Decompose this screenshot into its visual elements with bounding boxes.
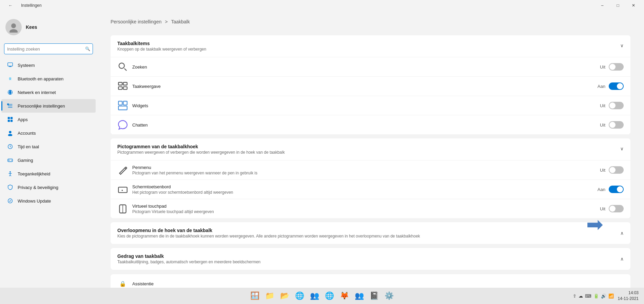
sidebar-item-windowsupdate[interactable]: Windows Update — [1, 194, 96, 208]
svg-rect-10 — [11, 120, 13, 122]
section-header-left-gedrag: Gedrag van taakbalkTaakbalkuitlijning, b… — [117, 253, 260, 264]
chevron-icon-overloopmenu: ∧ — [620, 230, 624, 236]
sidebar-item-privacy[interactable]: Privacy & beveiliging — [1, 180, 96, 194]
sidebar-item-apps[interactable]: Apps — [1, 113, 96, 126]
sidebar-item-tijd[interactable]: Tijd en taal — [1, 140, 96, 153]
penmenu-right: Uit — [600, 166, 624, 174]
taskbar-sys-icons: ⇧ ☁ ⌨ 🔋 🔊 📶 — [573, 293, 614, 299]
zoeken-right: Uit — [600, 63, 624, 71]
taskbar-app-icon-0[interactable]: 🪟 — [248, 289, 262, 303]
chatten-status: Uit — [600, 122, 605, 128]
sidebar-item-accounts[interactable]: Accounts — [1, 126, 96, 140]
username: Kees — [26, 24, 37, 30]
taskbar-right: ⇧ ☁ ⌨ 🔋 🔊 📶 14:03 14-11-2021 — [573, 290, 644, 302]
sidebar-item-toegankelijkheid[interactable]: Toegankelijkheid — [1, 167, 96, 180]
svg-rect-33 — [118, 106, 127, 110]
chevron-up-icon[interactable]: ⇧ — [573, 293, 577, 299]
chevron-icon-taakbalkitems: ∧ — [620, 43, 624, 49]
sidebar-item-persoonlijk[interactable]: Persoonlijke instellingen — [1, 99, 96, 113]
assistentie-row[interactable]: 🔒 Assistentie — [111, 274, 630, 288]
taskbar-app-icon-9[interactable]: ⚙️ — [383, 289, 396, 303]
zoeken-icon — [117, 61, 128, 72]
section-subtitle-pictogrammen: Pictogrammen weergeven of verbergen die … — [117, 150, 285, 155]
clock-time: 14:03 — [618, 290, 639, 296]
virtueel-title: Virtueel touchpad — [132, 204, 600, 209]
chatten-icon — [117, 119, 128, 130]
section-header-overloopmenu[interactable]: Overloopmenu in de hoek van de taakbalkK… — [111, 222, 630, 244]
svg-rect-32 — [123, 101, 127, 105]
systeem-icon — [7, 62, 14, 69]
zoeken-toggle[interactable] — [609, 63, 624, 71]
svg-point-25 — [119, 63, 124, 69]
taakweergave-toggle[interactable] — [609, 82, 624, 90]
taskbar-app-icon-4[interactable]: 👥 — [308, 289, 321, 303]
taskbar-app-icon-2[interactable]: 📂 — [278, 289, 292, 303]
taskbar: 🪟📁📂🌐👥🌐🦊👥📓⚙️ ⇧ ☁ ⌨ 🔋 🔊 📶 14:03 14-11-2021 — [0, 288, 644, 304]
svg-rect-2 — [8, 63, 13, 66]
netwerk-icon — [7, 89, 14, 96]
taskbar-app-icon-3[interactable]: 🌐 — [293, 289, 307, 303]
page-title: Taakbalk — [171, 19, 190, 24]
penmenu-status: Uit — [600, 168, 605, 173]
persoonlijk-icon — [7, 102, 14, 109]
setting-row-zoeken: ZoekenUit — [111, 57, 630, 76]
accounts-icon — [7, 130, 14, 136]
search-icon: 🔍 — [85, 46, 90, 51]
search-input[interactable] — [4, 43, 93, 54]
widgets-status: Uit — [600, 103, 605, 108]
sidebar-item-gaming[interactable]: Gaming — [1, 153, 96, 167]
taskbar-app-icon-6[interactable]: 🦊 — [338, 289, 351, 303]
svg-rect-6 — [7, 104, 9, 105]
apps-icon — [7, 116, 14, 123]
assistentie-icon: 🔒 — [117, 278, 128, 288]
taakweergave-icon — [117, 81, 128, 92]
close-button[interactable]: ✕ — [626, 0, 641, 11]
assistentie-content: Assistentie — [132, 281, 624, 286]
taskbar-clock[interactable]: 14:03 14-11-2021 — [615, 290, 641, 302]
svg-rect-27 — [118, 82, 122, 85]
back-button[interactable]: ← — [3, 0, 18, 11]
virtueel-right: Uit — [600, 205, 624, 212]
wifi-icon[interactable]: 📶 — [608, 293, 614, 299]
widgets-right: Uit — [600, 102, 624, 109]
taskbar-app-icon-8[interactable]: 📓 — [368, 289, 381, 303]
section-header-taakbalkitems[interactable]: TaakbalkitemsKnoppen op de taakbalk weer… — [111, 35, 630, 57]
nav-list: SysteemBluetooth en apparatenNetwerk en … — [0, 58, 97, 208]
taskbar-app-icon-7[interactable]: 👥 — [353, 289, 366, 303]
section-subtitle-taakbalkitems: Knoppen op de taakbalk weergeven of verb… — [117, 47, 206, 52]
virtueel-icon — [117, 203, 128, 214]
sidebar-item-netwerk[interactable]: Netwerk en internet — [1, 86, 96, 99]
taskbar-app-icon-5[interactable]: 🌐 — [323, 289, 336, 303]
section-title-taakbalkitems: Taakbalkitems — [117, 41, 206, 46]
section-subtitle-gedrag: Taakbalkuitlijning, badges, automatisch … — [117, 260, 260, 264]
volume-icon[interactable]: 🔊 — [601, 293, 606, 299]
svg-rect-34 — [118, 187, 127, 193]
taskbar-app-icon-1[interactable]: 📁 — [263, 289, 277, 303]
section-header-gedrag[interactable]: Gedrag van taakbalkTaakbalkuitlijning, b… — [111, 248, 630, 270]
taakweergave-toggle-thumb — [617, 83, 623, 89]
penmenu-toggle[interactable] — [609, 166, 624, 174]
section-title-pictogrammen: Pictogrammen van de taakbalkhoek — [117, 144, 285, 149]
penmenu-content: PenmenuPictogram van het penmenu weergev… — [132, 165, 600, 175]
sidebar-item-label-tijd: Tijd en taal — [18, 144, 39, 149]
chatten-toggle[interactable] — [609, 121, 624, 129]
virtueel-status: Uit — [600, 206, 605, 211]
svg-point-19 — [9, 171, 11, 173]
section-header-pictogrammen[interactable]: Pictogrammen van de taakbalkhoekPictogra… — [111, 138, 630, 160]
section-overloopmenu: Overloopmenu in de hoek van de taakbalkK… — [111, 222, 630, 244]
zoeken-content: Zoeken — [132, 64, 600, 70]
sidebar-item-systeem[interactable]: Systeem — [1, 58, 96, 72]
schermtoetsenbord-toggle-thumb — [617, 186, 623, 192]
widgets-content: Widgets — [132, 103, 600, 108]
schermtoetsenbord-content: SchermtoetsenbordHet pictogram voor sche… — [132, 184, 598, 195]
virtueel-toggle[interactable] — [609, 205, 624, 212]
minimize-button[interactable]: – — [594, 0, 610, 11]
search-box: 🔍 — [4, 43, 93, 54]
sidebar-item-label-persoonlijk: Persoonlijke instellingen — [18, 103, 65, 109]
keyboard-icon: ⌨ — [585, 293, 591, 299]
sidebar-item-bluetooth[interactable]: Bluetooth en apparaten — [1, 72, 96, 86]
schermtoetsenbord-toggle[interactable] — [609, 186, 624, 193]
widgets-toggle[interactable] — [609, 102, 624, 109]
windowsupdate-icon — [7, 197, 14, 204]
maximize-button[interactable]: □ — [610, 0, 626, 11]
